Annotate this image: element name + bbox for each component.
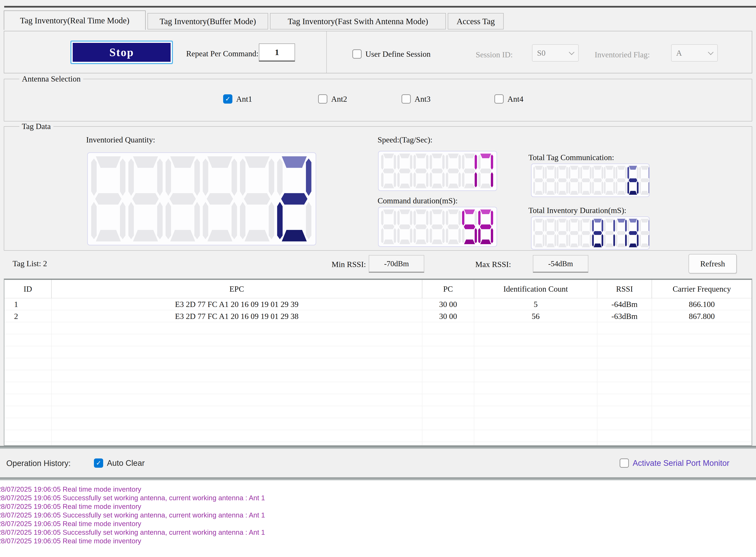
user-define-session-label: User Define Session <box>366 49 431 59</box>
cell-identification-count: 56 <box>474 310 598 322</box>
empty-cell <box>652 406 752 418</box>
empty-cell <box>4 382 52 394</box>
cell-pc: 30 00 <box>422 310 474 322</box>
inventoried-quantity-label: Inventoried Quantity: <box>86 135 155 144</box>
antenna-option-ant4[interactable]: Ant4 <box>494 94 523 104</box>
antenna-option-ant2[interactable]: Ant2 <box>318 94 347 104</box>
top-divider <box>4 6 756 7</box>
empty-cell <box>52 430 422 442</box>
table-row-empty <box>4 346 752 358</box>
empty-cell <box>4 430 52 442</box>
empty-cell <box>52 370 422 382</box>
empty-cell <box>4 418 52 430</box>
empty-cell <box>598 394 652 406</box>
empty-cell <box>422 370 474 382</box>
empty-cell <box>4 394 52 406</box>
empty-cell <box>4 346 52 358</box>
table-row-empty <box>4 322 752 334</box>
empty-cell <box>52 346 422 358</box>
empty-cell <box>598 370 652 382</box>
antenna-option-ant3[interactable]: Ant3 <box>402 94 431 104</box>
inventoried-flag-select[interactable]: A <box>671 44 718 62</box>
speed-display <box>378 151 497 191</box>
inventory-control-panel: Stop Repeat Per Command: 1 User Define S… <box>4 31 752 73</box>
empty-cell <box>474 418 598 430</box>
empty-cell <box>422 334 474 346</box>
empty-cell <box>52 418 422 430</box>
empty-cell <box>598 334 652 346</box>
empty-cell <box>422 418 474 430</box>
empty-cell <box>474 394 598 406</box>
antenna-option-ant1[interactable]: ✓ Ant1 <box>223 94 252 104</box>
table-row-empty <box>4 334 752 346</box>
empty-cell <box>652 346 752 358</box>
empty-cell <box>598 418 652 430</box>
tag-data-title: Tag Data <box>19 122 53 131</box>
ant3-checkbox[interactable] <box>402 94 411 104</box>
max-rssi-button[interactable]: -54dBm <box>533 255 588 273</box>
cell-pc: 30 00 <box>422 298 474 310</box>
operation-history-bar: Operation History: ✓ Auto Clear Activate… <box>0 449 756 477</box>
tab-access-tag[interactable]: Access Tag <box>448 13 504 29</box>
empty-cell <box>598 406 652 418</box>
repeat-per-command-label: Repeat Per Command: <box>186 49 258 58</box>
cell-id: 1 <box>4 298 52 310</box>
cell-carrier-frequency: 866.100 <box>652 298 752 310</box>
cell-carrier-frequency: 867.800 <box>652 310 752 322</box>
log-line: 28/07/2025 19:06:05 Real time mode inven… <box>0 502 265 511</box>
empty-cell <box>652 358 752 370</box>
tag-list-table[interactable]: ID EPC PC Identification Count RSSI Carr… <box>4 278 752 446</box>
empty-cell <box>422 322 474 334</box>
auto-clear-checkbox[interactable]: ✓ <box>94 459 103 468</box>
table-row-empty <box>4 406 752 418</box>
table-row-empty <box>4 358 752 370</box>
ant4-label: Ant4 <box>507 94 523 104</box>
refresh-button[interactable]: Refresh <box>689 254 737 273</box>
log-line: 28/07/2025 19:06:05 Successfully set wor… <box>0 494 265 502</box>
empty-cell <box>652 418 752 430</box>
auto-clear-option[interactable]: ✓ Auto Clear <box>94 459 145 468</box>
serial-monitor-option[interactable]: Activate Serial Port Monitor <box>620 459 729 468</box>
user-define-session-checkbox[interactable] <box>352 49 361 59</box>
repeat-per-command-input[interactable]: 1 <box>259 43 295 62</box>
empty-cell <box>52 442 422 446</box>
table-row[interactable]: 2 E3 2D 77 FC A1 20 16 09 19 01 29 38 30… <box>4 310 752 322</box>
empty-cell <box>474 382 598 394</box>
min-rssi-button[interactable]: -70dBm <box>369 255 424 273</box>
empty-cell <box>598 430 652 442</box>
tab-tag-inventory-fast-switch[interactable]: Tag Inventory(Fast Swith Antenna Mode) <box>270 13 446 29</box>
table-row[interactable]: 1 E3 2D 77 FC A1 20 16 09 19 01 29 39 30… <box>4 298 752 310</box>
stop-button[interactable]: Stop <box>70 40 173 64</box>
empty-cell <box>52 334 422 346</box>
tab-tag-inventory-real-time[interactable]: Tag Inventory(Real Time Mode) <box>4 10 146 30</box>
session-id-select[interactable]: S0 <box>532 44 579 62</box>
table-row-empty <box>4 418 752 430</box>
empty-cell <box>4 322 52 334</box>
log-line: 28/07/2025 19:06:05 Successfully set wor… <box>0 528 265 537</box>
inventoried-quantity-display <box>87 152 316 245</box>
col-header-pc: PC <box>422 280 474 298</box>
serial-monitor-checkbox[interactable] <box>620 459 629 468</box>
total-tag-communication-display <box>531 164 650 197</box>
user-define-session-option[interactable]: User Define Session <box>352 49 431 59</box>
empty-cell <box>422 430 474 442</box>
empty-cell <box>422 442 474 446</box>
ant1-checkbox[interactable]: ✓ <box>223 94 232 104</box>
table-header-row: ID EPC PC Identification Count RSSI Carr… <box>4 280 752 298</box>
ant2-checkbox[interactable] <box>318 94 327 104</box>
antenna-selection-group: Antenna Selection ✓ Ant1 Ant2 Ant3 Ant4 <box>4 79 752 121</box>
log-line: 28/07/2025 19:06:05 Real time mode inven… <box>0 485 265 494</box>
empty-cell <box>598 382 652 394</box>
ant4-checkbox[interactable] <box>494 94 504 104</box>
empty-cell <box>474 370 598 382</box>
rfid-reader-app: Tag Inventory(Real Time Mode) Tag Invent… <box>0 0 756 557</box>
operation-history-log[interactable]: 28/07/2025 19:06:05 Real time mode inven… <box>0 480 756 557</box>
log-line: 28/07/2025 19:06:05 Real time mode inven… <box>0 537 265 545</box>
empty-cell <box>652 334 752 346</box>
session-id-value: S0 <box>537 48 546 58</box>
empty-cell <box>598 346 652 358</box>
table-row-empty <box>4 442 752 446</box>
table-row-empty <box>4 382 752 394</box>
empty-cell <box>52 358 422 370</box>
tab-tag-inventory-buffer[interactable]: Tag Inventory(Buffer Mode) <box>147 13 268 29</box>
